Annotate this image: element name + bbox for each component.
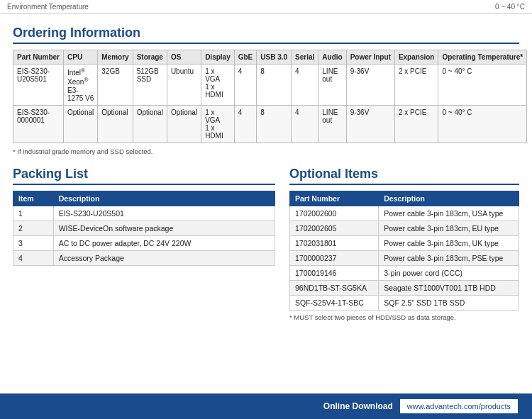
table-cell: WISE-DeviceOn software package [53,220,275,235]
table-cell: 32GB [98,65,133,106]
table-cell: Power cable 3-pin 183cm, EU type [379,220,519,235]
ordering-info-title: Ordering Information [13,26,519,44]
packing-table: ItemDescription 1EIS-S230-U20S5012WISE-D… [13,191,275,266]
table-cell: SQF-S25V4-1T-SBC [290,295,379,310]
table-cell: Optional [167,105,201,143]
table-cell: 4 [234,105,257,143]
table-row: 1702002600Power cable 3-pin 183cm, USA t… [290,206,519,220]
footer: Online Download www.advantech.com/produc… [0,393,532,419]
packing-list-title: Packing List [13,167,275,185]
ordering-footnote: * If industrial grade memory and SSD sel… [13,147,519,155]
table-cell: 4 [292,105,318,143]
table-cell: LINE out [318,65,346,106]
ordering-table: Part NumberCPUMemoryStorageOSDisplayGbEU… [13,50,527,143]
table-cell: Power cable 3-pin 183cm, UK type [379,235,519,250]
table-row: 17000191463-pin power cord (CCC) [290,265,519,280]
footer-label: Online Download [323,401,393,411]
ordering-col-header: GbE [234,50,257,65]
table-cell: 4 [292,65,318,106]
table-cell: 9-36V [346,105,394,143]
table-row: 1EIS-S230-U20S501 [13,206,275,220]
optional-col-header: Description [379,191,519,206]
ordering-col-header: Power Input [346,50,394,65]
table-cell: AC to DC power adapter, DC 24V 220W [53,235,275,250]
table-row: 96ND1TB-ST-SG5KASeagate ST1000VT001 1TB … [290,280,519,295]
table-cell: 8 [257,65,292,106]
ordering-col-header: CPU [64,50,98,65]
table-cell: 2 x PCIE [394,65,438,106]
packing-col-header: Item [13,191,54,206]
table-cell: Ubuntu [167,65,201,106]
table-cell: EIS-S230-U20S501 [53,206,275,220]
table-row: SQF-S25V4-1T-SBCSQF 2.5" SSD 1TB SSD [290,295,519,310]
table-cell: 4 [234,65,257,106]
ordering-col-header: USB 3.0 [257,50,292,65]
table-cell: 512GB SSD [133,65,167,106]
table-cell: Optional [98,105,133,143]
optional-table: Part NumberDescription 1702002600Power c… [289,191,519,311]
table-cell: 4 [13,250,54,265]
ordering-col-header: Memory [98,50,133,65]
table-cell: 1702031801 [290,235,379,250]
table-cell: 1702002605 [290,220,379,235]
table-cell: Optional [64,105,98,143]
table-row: 1700000237Power cable 3-pin 183cm, PSE t… [290,250,519,265]
table-cell: Power cable 3-pin 183cm, PSE type [379,250,519,265]
table-cell: 3 [13,235,54,250]
table-cell: 9-36V [346,65,394,106]
table-cell: 0 ~ 40° C [438,105,527,143]
ordering-col-header: Serial [292,50,318,65]
table-cell: LINE out [318,105,346,143]
ordering-col-header: Storage [133,50,167,65]
optional-col-header: Part Number [290,191,379,206]
ordering-col-header: Part Number [13,50,64,65]
top-bar-left: Environment Temperature [7,3,89,11]
table-cell: 1 x VGA1 x HDMI [201,65,235,106]
packing-col-header: Description [53,191,275,206]
table-cell: 1 x VGA1 x HDMI [201,105,235,143]
table-cell: Accessory Package [53,250,275,265]
table-row: 1702002605Power cable 3-pin 183cm, EU ty… [290,220,519,235]
table-cell: 2 [13,220,54,235]
top-bar-right: 0 ~ 40 °C [495,3,525,11]
table-cell: 0 ~ 40° C [438,65,527,106]
optional-items-title: Optional Items [289,167,519,185]
table-row: EIS-S230-U20S501Intel® Xeon®E3-1275 V632… [13,65,527,106]
table-cell: 1700000237 [290,250,379,265]
ordering-col-header: Audio [318,50,346,65]
table-row: 4Accessory Package [13,250,275,265]
table-cell: 1700019146 [290,265,379,280]
table-cell: Seagate ST1000VT001 1TB HDD [379,280,519,295]
table-cell: EIS-S230-0000001 [13,105,64,143]
table-cell: 8 [257,105,292,143]
ordering-col-header: Display [201,50,235,65]
ordering-col-header: Expansion [394,50,438,65]
table-cell: 1702002600 [290,206,379,220]
table-cell: SQF 2.5" SSD 1TB SSD [379,295,519,310]
optional-footnote: * MUST select two pieces of HDD/SSD as d… [289,313,519,321]
table-cell: Optional [133,105,167,143]
ordering-col-header: Operating Temperature* [438,50,527,65]
table-cell: 2 x PCIE [394,105,438,143]
table-cell: Power cable 3-pin 183cm, USA type [379,206,519,220]
table-cell: 96ND1TB-ST-SG5KA [290,280,379,295]
table-cell: EIS-S230-U20S501 [13,65,64,106]
table-row: 3AC to DC power adapter, DC 24V 220W [13,235,275,250]
table-cell: Intel® Xeon®E3-1275 V6 [64,65,98,106]
ordering-col-header: OS [167,50,201,65]
table-row: 2WISE-DeviceOn software package [13,220,275,235]
table-row: EIS-S230-0000001OptionalOptionalOptional… [13,105,527,143]
table-cell: 1 [13,206,54,220]
table-cell: 3-pin power cord (CCC) [379,265,519,280]
table-row: 1702031801Power cable 3-pin 183cm, UK ty… [290,235,519,250]
footer-url: www.advantech.com/products [400,399,518,413]
